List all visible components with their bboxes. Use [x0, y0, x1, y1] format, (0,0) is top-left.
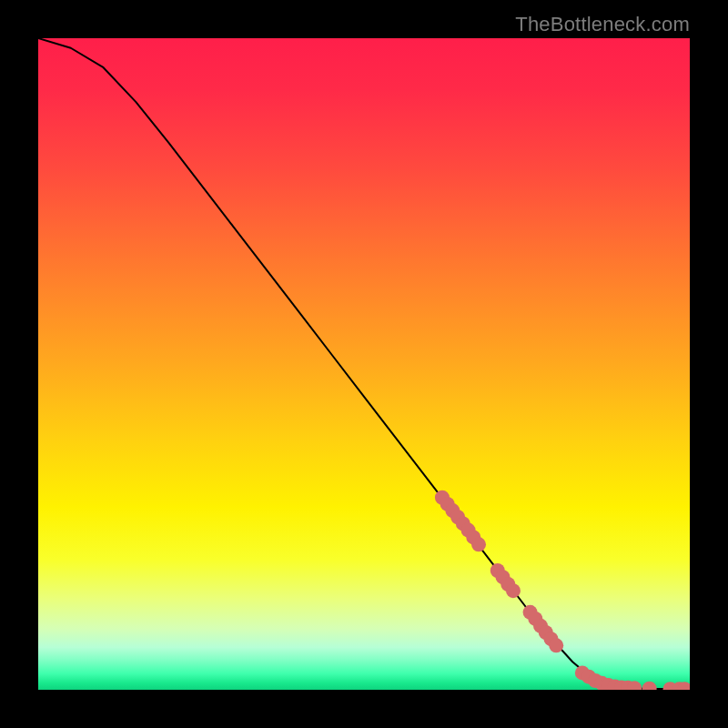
- plot-area: [38, 38, 690, 690]
- attribution-label: TheBottleneck.com: [515, 13, 690, 36]
- chart-frame: TheBottleneck.com: [0, 0, 728, 728]
- data-point: [471, 537, 486, 551]
- chart-svg: [38, 38, 690, 690]
- data-point: [549, 638, 563, 652]
- gradient-background: [38, 38, 690, 690]
- data-point: [506, 583, 521, 598]
